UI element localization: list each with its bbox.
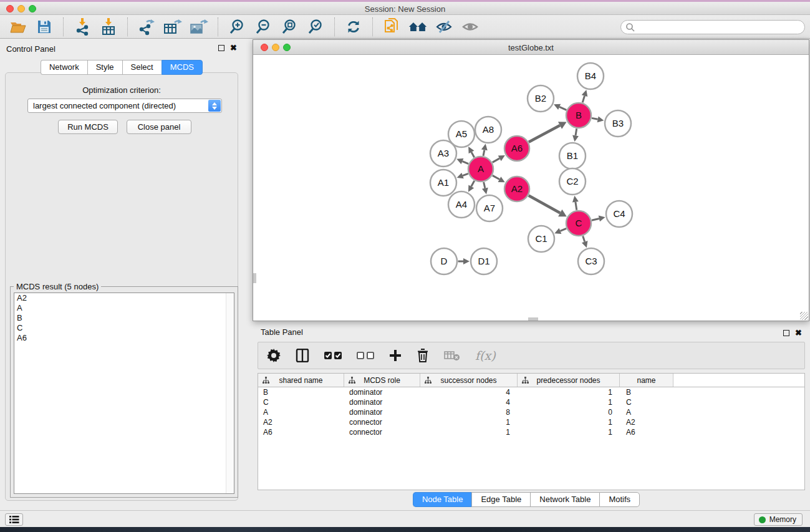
edge-A-A2[interactable] [493,175,499,179]
memory-button[interactable]: Memory [754,513,803,526]
network-graph[interactable]: B4B2BB3A8A5A6A3B1AC2A1A2A4A7C4CC1C3DD1 [253,56,809,321]
graph-node-A[interactable]: A [468,157,493,181]
optimization-criterion-dropdown[interactable]: largest connected component (directed) [27,99,222,113]
table-row[interactable]: A2connector11A2 [258,417,804,427]
export-table-icon[interactable] [163,17,182,36]
graph-node-C4[interactable]: C4 [606,201,632,227]
column-dialog-icon[interactable] [296,349,309,362]
window-resize-grip[interactable] [800,312,808,320]
save-session-icon[interactable] [35,17,54,36]
graph-node-B4[interactable]: B4 [577,63,604,89]
canvas-horizontal-scroll-thumb[interactable] [528,317,538,321]
network-window-titlebar[interactable]: testGlobe.txt [253,40,809,55]
table-row[interactable]: Adominator80A [258,407,804,417]
tab-node-table[interactable]: Node Table [413,492,472,507]
result-item[interactable]: A6 [14,333,234,343]
run-mcds-button[interactable]: Run MCDS [58,120,118,134]
graph-node-C2[interactable]: C2 [559,168,586,195]
graph-node-A8[interactable]: A8 [475,117,501,143]
graph-node-B3[interactable]: B3 [605,110,631,137]
task-history-button[interactable] [5,513,23,526]
edge-A-A8[interactable] [483,150,485,155]
graph-node-B1[interactable]: B1 [559,143,586,169]
zoom-in-icon[interactable] [228,17,246,36]
refresh-icon[interactable] [344,17,363,36]
result-item[interactable]: B [14,313,234,323]
function-builder-icon[interactable]: f(x) [475,349,496,362]
close-panel-button[interactable]: Close panel [127,120,191,134]
column-header-MCDS-role[interactable]: MCDS role [344,374,420,387]
graph-node-A4[interactable]: A4 [448,191,475,218]
delete-table-icon[interactable] [444,350,460,361]
tab-mcds[interactable]: MCDS [162,60,203,75]
graph-node-C1[interactable]: C1 [528,226,554,252]
dropdown-stepper-icon[interactable] [208,100,221,112]
home-icon[interactable] [408,17,427,36]
edge-B-B2[interactable] [559,107,566,110]
table-row[interactable]: Cdominator41C [258,397,804,407]
zoom-selected-icon[interactable] [306,17,325,36]
result-item[interactable]: A [14,303,234,313]
graph-node-C[interactable]: C [566,211,591,236]
tab-style[interactable]: Style [87,60,122,75]
edge-B-B4[interactable] [582,96,584,103]
tab-network[interactable]: Network [41,60,87,75]
column-header-name[interactable]: name [620,374,673,387]
edge-A2-C[interactable] [529,195,560,213]
graph-node-B[interactable]: B [566,103,591,128]
table-panel-close-icon[interactable]: ✖ [795,328,802,337]
control-panel-float-icon[interactable] [218,45,224,51]
hide-panels-eye-slash-icon[interactable] [435,17,453,36]
mcds-result-list[interactable]: A2ABCA6 [14,293,234,494]
column-header-predecessor-nodes[interactable]: predecessor nodes [518,374,620,387]
result-item[interactable]: C [14,323,234,333]
edge-A-A3[interactable] [462,162,468,164]
zoom-out-icon[interactable] [254,17,272,36]
deselect-all-checkboxes-icon[interactable] [357,351,374,360]
graph-node-D[interactable]: D [431,248,457,274]
zoom-fit-icon[interactable] [280,17,299,36]
column-header-successor-nodes[interactable]: successor nodes [420,374,518,387]
edge-C-C3[interactable] [583,236,585,241]
import-network-icon[interactable] [73,17,92,36]
edge-A6-B[interactable] [529,125,560,142]
table-row[interactable]: A6connector11A6 [258,427,804,437]
add-column-icon[interactable] [389,349,402,362]
settings-gear-icon[interactable] [267,349,281,362]
result-list-scrollbar[interactable] [226,293,234,493]
table-row[interactable]: Bdominator41B [258,387,804,397]
edge-A-A4[interactable] [471,181,475,186]
search-input[interactable] [620,20,805,34]
graph-node-A3[interactable]: A3 [430,140,456,167]
clone-network-icon[interactable] [382,17,401,36]
tab-motifs[interactable]: Motifs [599,492,640,507]
show-panels-eye-icon[interactable] [461,17,480,36]
table-panel-float-icon[interactable] [783,330,789,336]
column-header-shared-name[interactable]: shared name [258,374,344,387]
graph-node-B2[interactable]: B2 [528,85,554,112]
tab-network-table[interactable]: Network Table [530,492,599,507]
edge-C-C4[interactable] [592,218,599,220]
graph-node-C3[interactable]: C3 [578,248,604,274]
edge-A-A7[interactable] [484,182,485,188]
edge-B-B1[interactable] [576,128,577,135]
edge-C-C1[interactable] [560,228,566,231]
edge-C-C2[interactable] [576,202,577,210]
edge-A-A6[interactable] [493,158,499,163]
select-all-checkboxes-icon[interactable] [324,351,342,360]
tab-edge-table[interactable]: Edge Table [471,492,530,507]
edge-B-B3[interactable] [592,118,598,119]
graph-node-A7[interactable]: A7 [476,195,503,221]
edge-A-A5[interactable] [471,152,475,157]
network-canvas[interactable]: B4B2BB3A8A5A6A3B1AC2A1A2A4A7C4CC1C3DD1 [253,56,809,321]
graph-node-A2[interactable]: A2 [504,177,529,201]
export-image-icon[interactable] [190,17,208,36]
graph-node-D1[interactable]: D1 [471,248,497,274]
import-table-icon[interactable] [99,17,118,36]
tab-select[interactable]: Select [122,60,162,75]
edge-A-A1[interactable] [463,173,468,175]
control-panel-close-icon[interactable]: ✖ [230,43,237,52]
node-table-header[interactable]: shared nameMCDS rolesuccessor nodesprede… [258,374,804,387]
delete-column-trash-icon[interactable] [417,349,429,362]
graph-node-A6[interactable]: A6 [504,136,529,161]
